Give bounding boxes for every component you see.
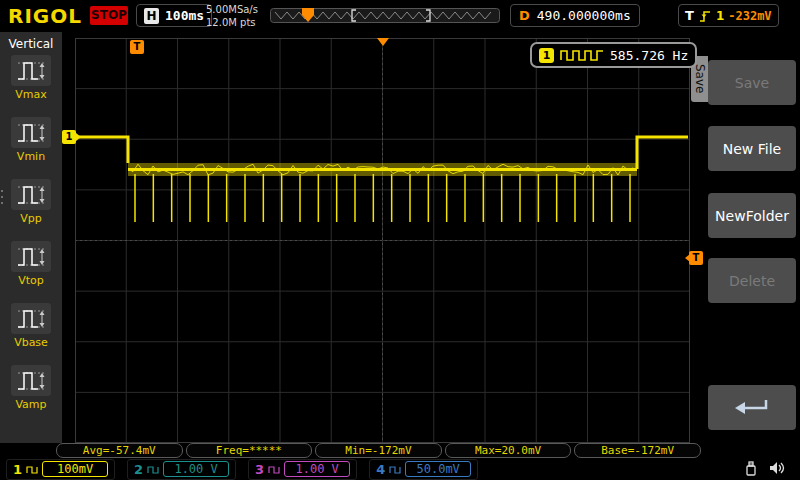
dc-coupling-icon xyxy=(268,465,280,474)
sidebar-item-label: Vbase xyxy=(14,336,48,349)
channel-scale: 1.00 V xyxy=(284,461,350,477)
trigger-position-icon xyxy=(377,38,389,46)
trigger-label: T xyxy=(685,8,694,23)
rigol-logo: RIGOL xyxy=(8,4,82,28)
sidebar-item-vamp[interactable]: Vamp xyxy=(0,365,62,427)
counter-channel-badge: 1 xyxy=(539,48,554,63)
measurement-max: Max=20.0mV xyxy=(445,443,572,458)
waveform-plot xyxy=(75,38,690,443)
dc-coupling-icon xyxy=(147,465,159,474)
horizontal-timebase[interactable]: H 100ms xyxy=(136,4,212,27)
channel-scale: 1.00 V xyxy=(163,461,229,477)
memory-position-bar[interactable] xyxy=(270,7,500,24)
channel-3-status[interactable]: 3 1.00 V xyxy=(248,459,357,480)
vamp-icon xyxy=(11,365,51,396)
channel-number: 2 xyxy=(134,462,143,477)
channel-4-status[interactable]: 4 50.0mV xyxy=(369,459,478,480)
channel1-level-marker[interactable]: 1 xyxy=(62,130,76,144)
channel-scale: 50.0mV xyxy=(405,461,471,477)
delete-button[interactable]: Delete xyxy=(708,258,796,303)
acquisition-info: 5.00MSa/s12.0M pts xyxy=(206,3,258,29)
usb-icon[interactable] xyxy=(743,460,759,476)
memory-depth: 12.0M pts xyxy=(206,17,256,28)
measurement-freq: Freq=***** xyxy=(186,443,313,458)
system-icons xyxy=(743,460,786,476)
sidebar-title: Vertical xyxy=(0,32,62,55)
trigger-level-marker[interactable]: T xyxy=(689,251,703,265)
vmax-icon xyxy=(11,55,51,86)
trigger-status[interactable]: T 1 -232mV xyxy=(678,4,779,27)
measurement-base: Base=-172mV xyxy=(574,443,701,458)
channel-scale: 100mV xyxy=(42,461,108,477)
sidebar-item-vtop[interactable]: Vtop xyxy=(0,241,62,303)
trigger-level-value: -232mV xyxy=(728,9,771,23)
sidebar-item-label: Vmax xyxy=(15,88,47,101)
channel-number: 1 xyxy=(13,462,22,477)
oscilloscope-screen: RIGOL STOP H 100ms 5.00MSa/s12.0M pts D … xyxy=(0,0,800,480)
delay-icon: D xyxy=(519,8,530,23)
counter-value: 585.726 Hz xyxy=(610,48,688,63)
back-button[interactable] xyxy=(708,385,796,430)
save-button[interactable]: Save xyxy=(708,60,796,105)
rising-edge-icon xyxy=(698,9,712,23)
square-wave-icon xyxy=(560,49,604,62)
sidebar-item-label: Vtop xyxy=(18,274,44,287)
new-folder-button[interactable]: NewFolder xyxy=(708,193,796,238)
delay-value: 490.000000ms xyxy=(537,8,631,23)
vtop-icon xyxy=(11,241,51,272)
run-state-badge: STOP xyxy=(90,6,128,25)
vpp-icon xyxy=(11,179,51,210)
horizontal-delay[interactable]: D 490.000000ms xyxy=(510,4,640,27)
trigger-position-flag[interactable]: T xyxy=(130,40,144,54)
sidebar-item-vbase[interactable]: Vbase xyxy=(0,303,62,365)
h-icon: H xyxy=(144,8,159,24)
channel-2-status[interactable]: 2 1.00 V xyxy=(127,459,236,480)
return-arrow-icon xyxy=(732,396,772,420)
sidebar-item-vmax[interactable]: Vmax xyxy=(0,55,62,117)
measurement-bar: Avg=-57.4mV Freq=***** Min=-172mV Max=20… xyxy=(56,443,701,458)
trigger-source: 1 xyxy=(716,9,724,23)
measurement-min: Min=-172mV xyxy=(315,443,442,458)
top-status-bar: RIGOL STOP H 100ms 5.00MSa/s12.0M pts D … xyxy=(0,0,800,32)
sidebar-item-label: Vamp xyxy=(15,398,46,411)
new-file-button[interactable]: New File xyxy=(708,126,796,171)
measure-sidebar: Vertical Vmax Vmin Vpp Vtop Vbase Vamp xyxy=(0,32,62,443)
vmin-icon xyxy=(11,117,51,148)
sidebar-item-label: Vmin xyxy=(17,150,45,163)
channel-1-status[interactable]: 1 100mV xyxy=(6,459,115,480)
channel-number: 3 xyxy=(255,462,264,477)
frequency-counter: 1 585.726 Hz xyxy=(530,42,697,68)
sidebar-item-vpp[interactable]: Vpp xyxy=(0,179,62,241)
dc-coupling-icon xyxy=(26,465,38,474)
soft-menu: Save Save New File NewFolder Delete xyxy=(700,32,800,458)
sample-rate: 5.00MSa/s xyxy=(206,4,258,15)
channel-number: 4 xyxy=(376,462,385,477)
sidebar-item-label: Vpp xyxy=(20,212,42,225)
speaker-icon[interactable] xyxy=(769,460,786,476)
vbase-icon xyxy=(11,303,51,334)
dc-coupling-icon xyxy=(389,465,401,474)
sidebar-item-vmin[interactable]: Vmin xyxy=(0,117,62,179)
channel-status-bar: 1 100mV 2 1.00 V 3 1.00 V 4 50.0mV xyxy=(0,458,800,480)
waveform-display xyxy=(75,38,690,443)
measurement-avg: Avg=-57.4mV xyxy=(56,443,183,458)
timebase-value: 100ms xyxy=(165,8,204,23)
sidebar-scroll-indicator xyxy=(1,190,4,204)
